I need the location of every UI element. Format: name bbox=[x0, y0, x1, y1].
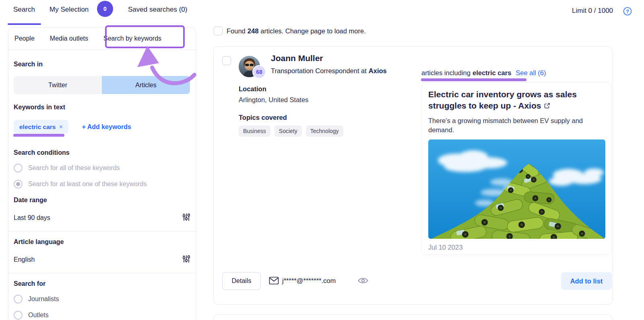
tab-media-outlets[interactable]: Media outlets bbox=[50, 35, 88, 42]
topics-row: Business Society Technology bbox=[239, 125, 343, 137]
topic-tag: Society bbox=[275, 125, 302, 137]
keyword-chip[interactable]: electric cars × bbox=[14, 120, 68, 134]
person-result-card: 68 Joann Muller Transportation Correspon… bbox=[213, 46, 613, 305]
radio-journalists-label: Journalists bbox=[28, 295, 59, 303]
tab-my-selection[interactable]: My Selection bbox=[50, 6, 89, 14]
location-value: Arlington, United States bbox=[239, 96, 308, 104]
reveal-email-eye-icon[interactable] bbox=[357, 276, 369, 287]
sidebar-tabs: People Media outlets Search by keywords bbox=[8, 28, 196, 50]
radio-journalists[interactable] bbox=[14, 295, 23, 304]
language-filter-icon[interactable] bbox=[183, 254, 190, 265]
location-label: Location bbox=[239, 85, 266, 93]
results-summary: Found 248 articles. Change page to load … bbox=[227, 27, 366, 35]
radio-any-keyword-label: Search for at least one of these keyword… bbox=[28, 181, 147, 188]
company-name: Axios bbox=[369, 67, 387, 75]
articles-heading: articles including electric cars See all… bbox=[421, 69, 546, 77]
summary-prefix: Found bbox=[227, 27, 246, 35]
tab-search-by-keywords[interactable]: Search by keywords bbox=[103, 35, 161, 42]
keywords-in-text-label: Keywords in text bbox=[14, 104, 190, 111]
radio-any-keyword[interactable] bbox=[14, 180, 23, 189]
person-name[interactable]: Joann Muller bbox=[271, 53, 323, 63]
person-select-checkbox[interactable] bbox=[222, 56, 231, 65]
radio-all-keywords-label: Search for all of these keywords bbox=[28, 164, 120, 172]
my-selection-count-badge[interactable]: 0 bbox=[97, 1, 113, 17]
external-link-icon bbox=[543, 101, 551, 112]
topic-tag: Technology bbox=[306, 125, 343, 137]
summary-suffix: articles. Change page to load more. bbox=[260, 27, 365, 35]
select-all-checkbox[interactable] bbox=[214, 27, 223, 35]
search-in-toggle: Twitter Articles bbox=[14, 76, 190, 94]
mail-icon bbox=[269, 277, 279, 286]
toggle-twitter[interactable]: Twitter bbox=[14, 76, 102, 94]
tab-people[interactable]: People bbox=[14, 35, 35, 42]
radio-outlets[interactable] bbox=[14, 311, 23, 320]
article-preview-card: Electric car inventory grows as sales st… bbox=[421, 82, 611, 255]
search-for-label: Search for bbox=[14, 280, 190, 287]
article-language-value: English bbox=[14, 256, 35, 263]
search-conditions-label: Search conditions bbox=[14, 149, 190, 156]
results-count: 248 bbox=[248, 27, 259, 35]
date-range-filter-icon[interactable] bbox=[183, 213, 190, 223]
details-button[interactable]: Details bbox=[222, 272, 261, 290]
article-language-label: Article language bbox=[14, 238, 190, 246]
section-divider bbox=[8, 231, 196, 232]
remove-keyword-icon[interactable]: × bbox=[59, 123, 63, 131]
toggle-articles[interactable]: Articles bbox=[102, 76, 190, 94]
topic-tag: Business bbox=[239, 125, 270, 137]
date-range-label: Date range bbox=[14, 197, 190, 204]
search-in-label: Search in bbox=[14, 61, 190, 68]
article-date: Jul 10 2023 bbox=[428, 244, 605, 251]
help-icon[interactable]: ? bbox=[623, 7, 632, 16]
person-role: Transportation Correspondent at Axios bbox=[271, 67, 387, 75]
tab-search[interactable]: Search bbox=[13, 6, 35, 14]
influence-score-badge: 68 bbox=[252, 65, 266, 79]
see-all-link[interactable]: See all (6) bbox=[516, 69, 546, 77]
radio-all-keywords[interactable] bbox=[14, 164, 23, 172]
add-keywords-button[interactable]: + Add keywords bbox=[82, 123, 131, 131]
article-description: There’s a growing mismatch between EV su… bbox=[428, 116, 605, 135]
heading-keyword: electric cars bbox=[473, 69, 511, 77]
add-to-list-button[interactable]: Add to list bbox=[561, 272, 612, 290]
radio-outlets-label: Outlets bbox=[28, 312, 49, 319]
topics-covered-label: Topics covered bbox=[239, 114, 287, 121]
article-image bbox=[428, 139, 605, 239]
section-divider bbox=[8, 273, 196, 273]
article-title-link[interactable]: Electric car inventory grows as sales st… bbox=[428, 89, 605, 113]
limit-counter: Limit 0 / 1000 bbox=[572, 7, 613, 15]
date-range-value: Last 90 days bbox=[14, 214, 50, 222]
next-result-card-edge bbox=[213, 314, 613, 320]
active-tab-underline bbox=[8, 23, 41, 25]
help-glyph: ? bbox=[626, 9, 629, 14]
role-text: Transportation Correspondent at bbox=[271, 67, 367, 75]
article-title-text: Electric car inventory grows as sales st… bbox=[428, 90, 577, 110]
keyword-chip-text: electric cars bbox=[19, 123, 56, 131]
search-filters-panel: People Media outlets Search by keywords … bbox=[8, 27, 196, 320]
masked-email: j*****@*******.com bbox=[282, 277, 336, 285]
tab-saved-searches[interactable]: Saved searches (0) bbox=[128, 6, 187, 14]
heading-prefix: articles including bbox=[421, 69, 471, 77]
